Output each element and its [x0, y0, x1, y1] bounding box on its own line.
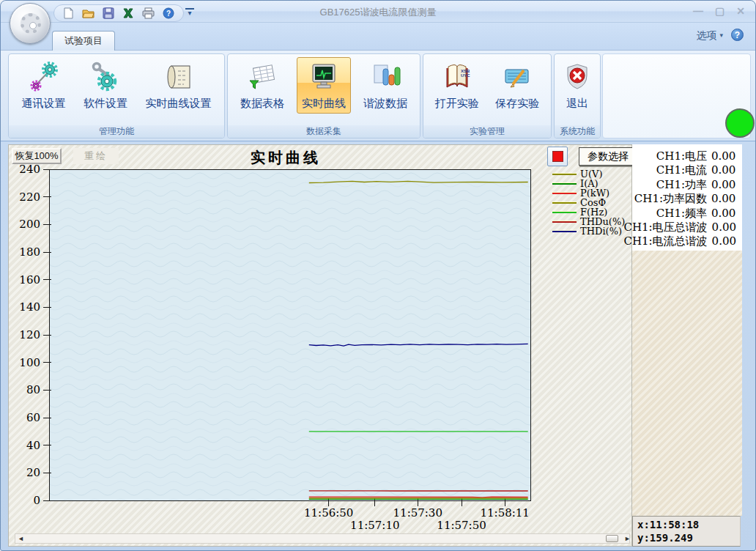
- svg-text:200: 200: [19, 218, 40, 231]
- save-icon[interactable]: [103, 7, 114, 19]
- print-icon[interactable]: [142, 7, 155, 19]
- legend-line-swatch: [552, 193, 577, 194]
- window-controls: — ▢ ✕: [693, 5, 745, 17]
- svg-text:160: 160: [19, 273, 40, 286]
- ribbon-group-acquisition: 数据表格 实时曲线: [227, 53, 420, 138]
- channel-value: 0.00: [711, 149, 736, 163]
- chart-legend: U(V) I(A) P(kW) CosΦ F(Hz) THDu(%): [552, 169, 625, 236]
- svg-text:180: 180: [19, 245, 40, 259]
- realtime-curve-button[interactable]: 实时曲线: [297, 57, 351, 114]
- side-blank-panel: [632, 251, 742, 516]
- excel-export-icon[interactable]: [122, 7, 134, 19]
- svg-text:100: 100: [19, 356, 40, 369]
- group-label-management: 管理功能: [9, 125, 224, 138]
- legend-line-swatch: [552, 221, 577, 223]
- time-scrollbar[interactable]: ◄ ►: [15, 533, 630, 544]
- group-label-system: 系统功能: [555, 125, 600, 138]
- channel-value-row: CH1:电流 0.00: [632, 163, 742, 177]
- svg-text:40: 40: [26, 439, 40, 452]
- cursor-x: x:11:58:18: [637, 518, 735, 531]
- ribbon-group-system: 退出 系统功能: [554, 53, 601, 138]
- stop-acquisition-button[interactable]: [547, 147, 568, 166]
- maximize-button[interactable]: ▢: [715, 5, 724, 17]
- comm-settings-icon: [28, 61, 60, 93]
- channel-value-row: CH1:电压总谐波 0.00: [632, 221, 742, 234]
- harmonic-data-button[interactable]: 谐波数据: [358, 57, 412, 114]
- application-orb-button[interactable]: [10, 3, 51, 44]
- svg-text:0: 0: [33, 494, 40, 507]
- ribbon: 通讯设置 软件设置: [1, 51, 755, 141]
- ribbon-tab-row: 试验项目 选项 ▾ ?: [1, 23, 755, 51]
- redraw-button[interactable]: 重绘: [73, 148, 119, 164]
- group-label-acquisition: 数据采集: [228, 125, 420, 138]
- data-table-icon: [246, 61, 278, 93]
- svg-text:60: 60: [26, 411, 40, 424]
- channel-value: 0.00: [711, 207, 736, 220]
- options-menu[interactable]: 选项 ▾: [697, 29, 723, 42]
- realtime-curve-icon: [308, 61, 340, 93]
- channel-value-row: CH1:电压 0.00: [632, 149, 742, 163]
- channel-value: 0.00: [711, 163, 736, 177]
- channel-value-row: CH1:功率因数 0.00: [632, 192, 742, 206]
- title-bar: GB17625谐波电流限值测量: [1, 1, 755, 23]
- exit-button[interactable]: 退出: [556, 57, 598, 114]
- status-indicator: [725, 108, 755, 138]
- software-settings-button[interactable]: 软件设置: [78, 57, 133, 114]
- svg-text:UYC: UYC: [461, 73, 470, 78]
- svg-text:120: 120: [19, 328, 40, 341]
- main-area: 02040608010012014016018020022024011:56:5…: [1, 141, 755, 547]
- help-icon[interactable]: ?: [163, 7, 174, 19]
- gear-icon: [21, 13, 41, 34]
- ribbon-group-management: 通讯设置 软件设置: [8, 53, 225, 138]
- curve-settings-button[interactable]: 实时曲线设置: [141, 57, 217, 114]
- tab-test-project[interactable]: 试验项目: [52, 31, 115, 51]
- open-experiment-button[interactable]: XSB UYC 打开实验: [430, 57, 484, 114]
- channel-value-row: CH1:功率 0.00: [632, 178, 742, 192]
- chart-panel: 02040608010012014016018020022024011:56:5…: [8, 144, 632, 547]
- new-document-icon[interactable]: [63, 7, 74, 19]
- channel-value: 0.00: [712, 234, 736, 248]
- channel-values-panel: CH1:电压 0.00 CH1:电流 0.00 CH1:功率 0.00 CH1:…: [632, 144, 742, 251]
- scrollbar-thumb[interactable]: [606, 535, 618, 542]
- chart-title: 实时曲线: [251, 148, 419, 168]
- scroll-left-icon[interactable]: ◄: [18, 535, 24, 543]
- curve-settings-icon: [163, 61, 195, 93]
- scroll-right-icon[interactable]: ►: [624, 535, 631, 543]
- right-column: CH1:电压 0.00 CH1:电流 0.00 CH1:功率 0.00 CH1:…: [632, 144, 742, 547]
- data-table-button[interactable]: 数据表格: [235, 57, 289, 114]
- restore-zoom-button[interactable]: 恢复100%: [12, 148, 62, 164]
- exit-icon: [561, 61, 593, 93]
- qat-customize-icon[interactable]: ▾: [185, 8, 194, 15]
- svg-text:80: 80: [26, 383, 40, 396]
- legend-line-swatch: [552, 212, 577, 213]
- legend-line-swatch: [552, 202, 577, 204]
- comm-settings-button[interactable]: 通讯设置: [17, 57, 71, 114]
- parameter-select-button[interactable]: 参数选择: [579, 147, 637, 166]
- svg-text:11:58:11: 11:58:11: [480, 506, 529, 519]
- svg-text:220: 220: [19, 191, 40, 204]
- save-experiment-icon: [501, 61, 533, 93]
- svg-text:?: ?: [166, 10, 171, 18]
- cursor-y: y:159.249: [637, 531, 735, 544]
- ribbon-help-icon[interactable]: ?: [731, 29, 744, 41]
- stop-icon: [552, 151, 563, 162]
- legend-line-swatch: [552, 183, 577, 185]
- svg-text:240: 240: [19, 163, 40, 176]
- cursor-readout-panel: x:11:58:18 y:159.249: [632, 516, 741, 547]
- app-window: GB17625谐波电流限值测量: [0, 0, 756, 551]
- quick-access-toolbar: ?: [53, 4, 184, 22]
- save-experiment-button[interactable]: 保存实验: [490, 57, 544, 114]
- software-settings-icon: [89, 61, 122, 93]
- group-label-experiment: 实验管理: [423, 125, 551, 138]
- svg-text:11:57:50: 11:57:50: [437, 519, 486, 532]
- channel-value: 0.00: [711, 178, 736, 191]
- minimize-button[interactable]: —: [693, 5, 703, 17]
- close-button[interactable]: ✕: [736, 5, 745, 17]
- legend-line-swatch: [552, 231, 577, 232]
- svg-text:20: 20: [26, 466, 40, 479]
- open-experiment-icon: XSB UYC: [441, 61, 473, 93]
- open-file-icon[interactable]: [82, 7, 94, 19]
- realtime-curve-plot[interactable]: 02040608010012014016018020022024011:56:5…: [9, 145, 633, 533]
- chevron-down-icon: ▾: [719, 32, 723, 39]
- channel-value-row: CH1:频率 0.00: [632, 207, 742, 221]
